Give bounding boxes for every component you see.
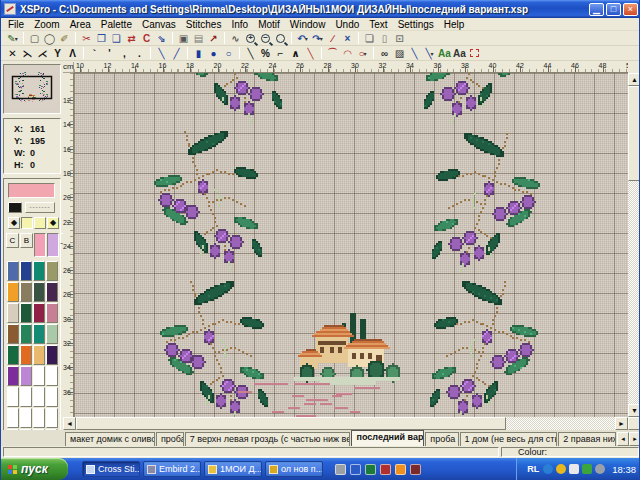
quarter-stitch-bl[interactable]: , xyxy=(117,46,132,60)
taskbar-button[interactable]: Embird 2... xyxy=(143,461,201,477)
double-backstitch-1[interactable]: ╲ xyxy=(407,46,422,60)
brush-tool[interactable]: ✐ xyxy=(57,31,72,45)
backstitch-angle[interactable]: ⌐ xyxy=(273,46,288,60)
pattern-fill-tool[interactable]: ▨ xyxy=(392,46,407,60)
thread-tool[interactable]: ∿ xyxy=(228,31,243,45)
copy-tool[interactable]: ❐ xyxy=(94,31,109,45)
gobelin-forward-stitch[interactable]: ╱ xyxy=(169,46,184,60)
palette-color-1-0[interactable] xyxy=(7,282,19,302)
palette-color-4-1[interactable] xyxy=(20,345,32,365)
new-page-tool[interactable]: ▯ xyxy=(377,31,392,45)
preview-window-tool[interactable]: ▣ xyxy=(176,31,191,45)
palette-color-2-0[interactable] xyxy=(7,303,19,323)
menu-file[interactable]: File xyxy=(8,19,24,30)
full-cross-stitch[interactable]: ✕ xyxy=(5,46,20,60)
half-stitch-lower[interactable]: Λ xyxy=(65,46,80,60)
palette-color-7-2[interactable] xyxy=(33,408,45,428)
selection-box-tool[interactable] xyxy=(467,46,482,60)
select-rect-tool[interactable]: ▢ xyxy=(27,31,42,45)
knot-pair-tool[interactable]: ∞ xyxy=(377,46,392,60)
close-button[interactable]: × xyxy=(623,3,638,16)
line-tool[interactable]: ∕ xyxy=(325,31,340,45)
selected-thread-swatch-2[interactable] xyxy=(47,233,59,257)
redo-button[interactable]: ↷▾ xyxy=(310,31,325,45)
stitch-design-canvas[interactable] xyxy=(74,73,628,417)
menu-help[interactable]: Help xyxy=(444,19,465,30)
pattern-tab[interactable]: проба xyxy=(156,432,184,446)
black-color-button[interactable] xyxy=(8,202,22,213)
quick-launch-icon-3[interactable] xyxy=(365,464,376,475)
palette-color-1-3[interactable] xyxy=(46,282,58,302)
zoom-out-tool[interactable]: − xyxy=(258,31,273,45)
vertical-scroll-thumb[interactable] xyxy=(628,86,640,181)
stitch-style-button-1[interactable]: ◆ xyxy=(8,217,20,229)
pattern-tab[interactable]: 2 правая ниж гр xyxy=(558,432,616,446)
taskbar-button[interactable]: 1МОИ Д... xyxy=(204,461,262,477)
palette-color-5-3[interactable] xyxy=(46,366,58,386)
menu-window[interactable]: Window xyxy=(290,19,326,30)
backstitch-red[interactable]: ╲ xyxy=(303,46,318,60)
quick-launch-icon-4[interactable] xyxy=(380,464,391,475)
french-knot-stitch[interactable]: ● xyxy=(206,46,221,60)
palette-color-5-1[interactable] xyxy=(20,366,32,386)
menu-info[interactable]: Info xyxy=(231,19,248,30)
palette-color-0-3[interactable] xyxy=(46,261,58,281)
import-tool[interactable]: ❏ xyxy=(362,31,377,45)
stitch-style-button-2[interactable] xyxy=(21,217,33,229)
palette-color-4-2[interactable] xyxy=(33,345,45,365)
menu-palette[interactable]: Palette xyxy=(101,19,132,30)
delete-tool[interactable]: × xyxy=(340,31,355,45)
quarter-stitch-br[interactable]: . xyxy=(132,46,147,60)
language-indicator[interactable]: RL xyxy=(527,464,539,474)
quick-launch-icon-5[interactable] xyxy=(395,464,406,475)
scroll-left-arrow[interactable]: ◄ xyxy=(63,417,76,430)
backstitch-peak[interactable]: ∧ xyxy=(288,46,303,60)
palette-color-1-1[interactable] xyxy=(20,282,32,302)
palette-color-7-1[interactable] xyxy=(20,408,32,428)
menu-canvas[interactable]: Canvas xyxy=(142,19,176,30)
palette-color-2-1[interactable] xyxy=(20,303,32,323)
export-tool[interactable]: ⊡ xyxy=(392,31,407,45)
cut-tool[interactable]: ✂ xyxy=(79,31,94,45)
print-tool[interactable]: ▤ xyxy=(191,31,206,45)
tray-icon-2[interactable] xyxy=(556,464,566,474)
pattern-tab[interactable]: 1 дом (не весь для стыковки) xyxy=(460,432,558,446)
pattern-preview-thumbnail[interactable] xyxy=(7,70,57,106)
quick-launch-icon-2[interactable] xyxy=(350,464,361,475)
palette-color-3-2[interactable] xyxy=(33,324,45,344)
pattern-preview-panel[interactable] xyxy=(3,64,61,114)
menu-text[interactable]: Text xyxy=(369,19,387,30)
pattern-tab[interactable]: проба 2 xyxy=(425,432,458,446)
tab-scroll-right-arrow[interactable]: ▸ xyxy=(629,432,640,446)
quick-launch-icon-1[interactable] xyxy=(335,464,346,475)
vertical-scrollbar[interactable]: ▲ ▼ xyxy=(628,73,640,417)
color-mode-b-button[interactable]: B xyxy=(20,233,33,248)
menu-motif[interactable]: Motif xyxy=(258,19,280,30)
double-backstitch-2[interactable]: ╲▾ xyxy=(422,46,437,60)
palette-color-6-3[interactable] xyxy=(46,387,58,407)
mirror-tool[interactable]: ⇄ xyxy=(124,31,139,45)
tray-icon-5[interactable] xyxy=(595,464,605,474)
text-tool-primary[interactable]: Aa xyxy=(437,46,452,60)
taskbar-button[interactable]: ол нов п... xyxy=(265,461,323,477)
palette-color-3-0[interactable] xyxy=(7,324,19,344)
palette-color-6-1[interactable] xyxy=(20,387,32,407)
bead-stitch[interactable]: ▮ xyxy=(191,46,206,60)
palette-color-3-1[interactable] xyxy=(20,324,32,344)
horizontal-scrollbar[interactable]: ◄ ► xyxy=(63,417,628,430)
arc-stitch[interactable]: ◠ xyxy=(340,46,355,60)
tray-icon-3[interactable] xyxy=(569,464,579,474)
start-button[interactable]: пуск xyxy=(0,458,68,480)
scroll-down-arrow[interactable]: ▼ xyxy=(628,404,640,417)
palette-color-2-3[interactable] xyxy=(46,303,58,323)
palette-color-6-2[interactable] xyxy=(33,387,45,407)
quarter-stitch-tr[interactable]: ' xyxy=(102,46,117,60)
circle-stitch[interactable]: ○▾ xyxy=(355,46,370,60)
horizontal-scroll-thumb[interactable] xyxy=(76,417,506,430)
pointer-tool[interactable]: ↗ xyxy=(206,31,221,45)
palette-color-4-3[interactable] xyxy=(46,345,58,365)
pattern-tab[interactable]: 7 верхн левая гроздь (с частью ниж ветки… xyxy=(185,432,351,446)
backstitch-dotted[interactable]: % xyxy=(258,46,273,60)
tab-scroll-left-arrow[interactable]: ◂ xyxy=(617,432,629,446)
pattern-tab[interactable]: последний вариант xyxy=(351,430,424,446)
